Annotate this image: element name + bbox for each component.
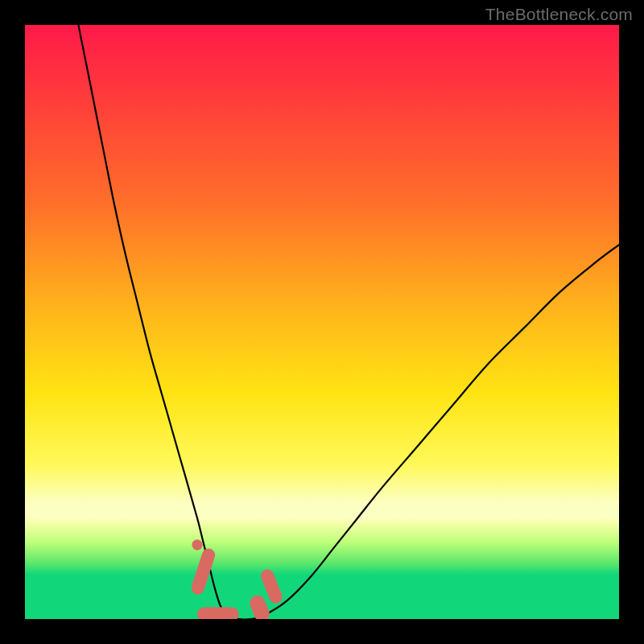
chart-frame: TheBottleneck.com <box>0 0 644 644</box>
marker-capsule <box>190 547 217 596</box>
marker-capsule <box>197 607 239 619</box>
marker-dot <box>192 539 202 550</box>
plot-area <box>25 25 619 619</box>
bottleneck-curve <box>78 25 619 619</box>
watermark-text: TheBottleneck.com <box>485 5 633 24</box>
curve-layer <box>25 25 619 619</box>
marker-layer <box>190 539 285 619</box>
marker-capsule <box>247 593 271 619</box>
